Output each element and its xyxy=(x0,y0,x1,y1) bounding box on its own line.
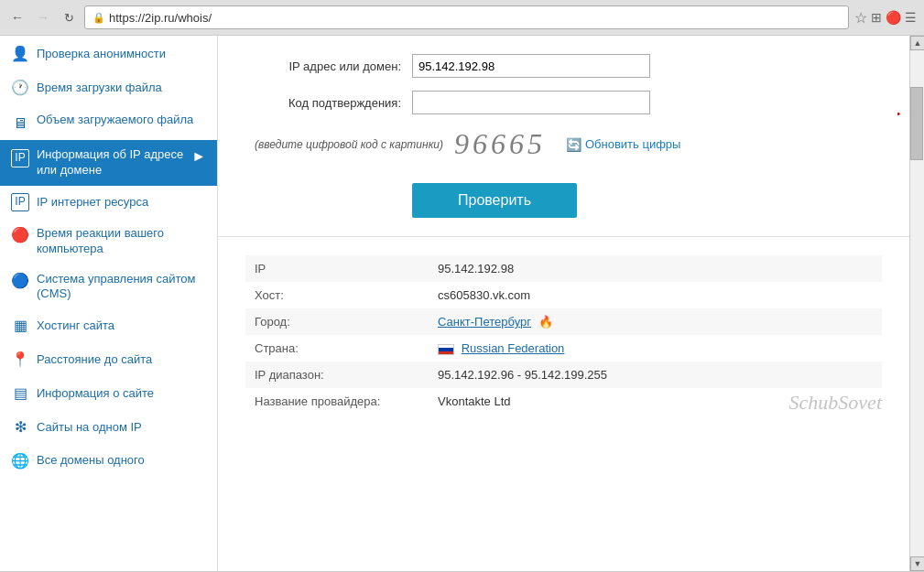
browser-toolbar: ← → ↻ 🔒 ☆ ⊞ 🔴 ☰ xyxy=(0,0,924,35)
refresh-label: Обновить цифры xyxy=(585,137,680,151)
sidebar-item-distance[interactable]: 📍 Расстояние до сайта xyxy=(0,343,217,377)
sidebar-link-hosting[interactable]: Хостинг сайта xyxy=(37,318,114,334)
provider-value: Vkontakte Ltd xyxy=(429,388,882,415)
country-value-cell: Russian Federation xyxy=(429,335,882,362)
sidebar-link-anonimnost[interactable]: Проверка анонимности xyxy=(37,47,166,62)
sidebar-item-same-ip[interactable]: ❇ Сайты на одном IP xyxy=(0,411,217,445)
ip-info-icon: IP xyxy=(11,149,29,167)
sidebar: 👤 Проверка анонимности 🕐 Время загрузки … xyxy=(0,36,218,571)
sidebar-link-reaction[interactable]: Время реакции вашего компьютера xyxy=(37,226,206,257)
sidebar-link-distance[interactable]: Расстояние до сайта xyxy=(37,352,152,368)
results-section: IP 95.142.192.98 Хост: cs605830.vk.com Г… xyxy=(218,237,909,433)
table-row: Название провайдера: Vkontakte Ltd xyxy=(245,388,882,415)
fire-icon: 🔥 xyxy=(538,315,553,329)
sidebar-link-cms[interactable]: Система управления сайтом (CMS) xyxy=(37,272,206,303)
bookmark-icon[interactable]: ☆ xyxy=(854,9,867,27)
content-area: IP адрес или домен: Код подтверждения: (… xyxy=(218,36,909,571)
russia-flag xyxy=(438,344,454,355)
form-section: IP адрес или домен: Код подтверждения: (… xyxy=(218,36,909,237)
table-row: Город: Санкт-Петербург 🔥 xyxy=(245,308,882,335)
sidebar-item-cms[interactable]: 🔵 Система управления сайтом (CMS) xyxy=(0,264,217,310)
table-row: Страна: Russian Federation xyxy=(245,335,882,362)
home-icon[interactable]: ⊞ xyxy=(871,10,882,25)
hosting-icon: ▦ xyxy=(11,317,29,336)
range-label: IP диапазон: xyxy=(245,362,429,388)
same-ip-icon: ❇ xyxy=(11,418,29,437)
ip-label: IP адрес или домен: xyxy=(255,59,401,73)
refresh-captcha-link[interactable]: 🔄 Обновить цифры xyxy=(566,137,680,152)
active-arrow: ► xyxy=(191,147,206,167)
provider-label: Название провайдера: xyxy=(245,388,429,415)
site-info-icon: ▤ xyxy=(11,384,29,404)
scroll-track xyxy=(910,50,924,556)
sidebar-link-download-time[interactable]: Время загрузки файла xyxy=(37,81,162,96)
sidebar-item-all-domains[interactable]: 🌐 Все домены одного xyxy=(0,445,217,479)
sidebar-label-ip-info: Информация об IP адресе или домене xyxy=(37,147,191,178)
lock-icon: 🔒 xyxy=(92,12,105,24)
submit-button[interactable]: Проверить xyxy=(412,183,577,218)
forward-button[interactable]: → xyxy=(33,7,53,27)
ip-result-label: IP xyxy=(245,255,429,282)
host-label: Хост: xyxy=(245,282,429,308)
submit-row: Проверить xyxy=(255,174,873,218)
page-container: 👤 Проверка анонимности 🕐 Время загрузки … xyxy=(0,36,924,571)
country-label: Страна: xyxy=(245,335,429,362)
menu-icon[interactable]: ☰ xyxy=(905,10,917,25)
captcha-input-row: Код подтверждения: xyxy=(255,91,873,114)
scroll-up-button[interactable]: ▲ xyxy=(910,36,924,50)
distance-icon: 📍 xyxy=(11,351,29,370)
sidebar-link-volume[interactable]: Объем загружаемого файла xyxy=(37,113,193,128)
city-link[interactable]: Санкт-Петербург xyxy=(438,315,531,329)
captcha-label: (введите цифровой код с картинки) xyxy=(255,138,443,151)
reaction-icon: 🔴 xyxy=(11,226,29,245)
table-row: IP диапазон: 95.142.192.96 - 95.142.199.… xyxy=(245,362,882,388)
all-domains-icon: 🌐 xyxy=(11,452,29,471)
range-value: 95.142.192.96 - 95.142.199.255 xyxy=(429,362,882,388)
sidebar-link-all-domains[interactable]: Все домены одного xyxy=(37,453,145,469)
browser-chrome: ← → ↻ 🔒 ☆ ⊞ 🔴 ☰ xyxy=(0,0,924,36)
back-button[interactable]: ← xyxy=(7,7,27,27)
refresh-icon: 🔄 xyxy=(566,137,582,152)
city-value-cell: Санкт-Петербург 🔥 xyxy=(429,308,882,335)
captcha-input[interactable] xyxy=(412,91,650,114)
ip-internet-icon: IP xyxy=(11,193,29,211)
volume-icon: 🖥 xyxy=(11,114,29,134)
address-bar: 🔒 xyxy=(84,5,849,29)
scroll-down-button[interactable]: ▼ xyxy=(910,556,924,571)
url-input[interactable] xyxy=(109,11,841,25)
user-icon[interactable]: 🔴 xyxy=(886,10,901,25)
sidebar-item-ip-internet[interactable]: IP IP интернет ресурса xyxy=(0,186,217,219)
sidebar-item-anonimnost[interactable]: 👤 Проверка анонимности xyxy=(0,38,217,71)
city-label: Город: xyxy=(245,308,429,335)
right-scrollbar: ▲ ▼ xyxy=(909,36,924,571)
host-value: cs605830.vk.com xyxy=(429,282,882,308)
sidebar-item-ip-info[interactable]: IP Информация об IP адресе или домене ► xyxy=(0,140,217,186)
ad-dot: • xyxy=(897,109,900,119)
sidebar-item-volume[interactable]: 🖥 Объем загружаемого файла xyxy=(0,105,217,141)
ip-form-row: IP адрес или домен: xyxy=(255,54,873,78)
ip-result-value: 95.142.192.98 xyxy=(429,255,882,282)
reload-button[interactable]: ↻ xyxy=(59,7,79,27)
sidebar-item-download-time[interactable]: 🕐 Время загрузки файла xyxy=(0,71,217,105)
sidebar-item-hosting[interactable]: ▦ Хостинг сайта xyxy=(0,309,217,343)
sidebar-link-site-info[interactable]: Информация о сайте xyxy=(37,386,154,402)
browser-icons: ☆ ⊞ 🔴 ☰ xyxy=(854,9,917,27)
cms-icon: 🔵 xyxy=(11,272,29,291)
captcha-image: 96665 xyxy=(454,127,546,161)
sidebar-link-ip-internet[interactable]: IP интернет ресурса xyxy=(37,195,148,210)
download-time-icon: 🕐 xyxy=(11,79,29,98)
ip-input[interactable] xyxy=(412,54,650,78)
captcha-image-row: (введите цифровой код с картинки) 96665 … xyxy=(255,127,873,161)
table-row: Хост: cs605830.vk.com xyxy=(245,282,882,308)
sidebar-item-site-info[interactable]: ▤ Информация о сайте xyxy=(0,377,217,411)
results-table: IP 95.142.192.98 Хост: cs605830.vk.com Г… xyxy=(245,255,882,415)
table-row: IP 95.142.192.98 xyxy=(245,255,882,282)
sidebar-link-same-ip[interactable]: Сайты на одном IP xyxy=(37,420,142,436)
country-link[interactable]: Russian Federation xyxy=(462,341,565,355)
scroll-thumb[interactable] xyxy=(910,87,923,160)
anonimnost-icon: 👤 xyxy=(11,45,29,64)
kod-label: Код подтверждения: xyxy=(255,96,401,110)
sidebar-item-reaction[interactable]: 🔴 Время реакции вашего компьютера xyxy=(0,219,217,264)
